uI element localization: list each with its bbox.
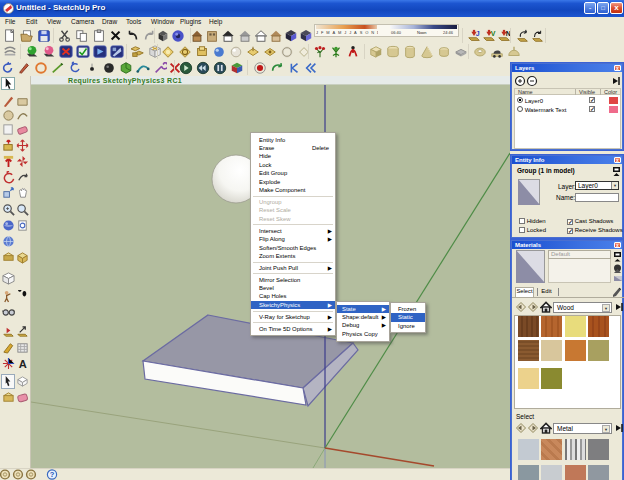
svg-text:A: A bbox=[19, 358, 27, 370]
svg-text:?: ? bbox=[50, 470, 55, 479]
svg-text:J: J bbox=[476, 30, 480, 37]
svg-text:V: V bbox=[491, 30, 496, 37]
